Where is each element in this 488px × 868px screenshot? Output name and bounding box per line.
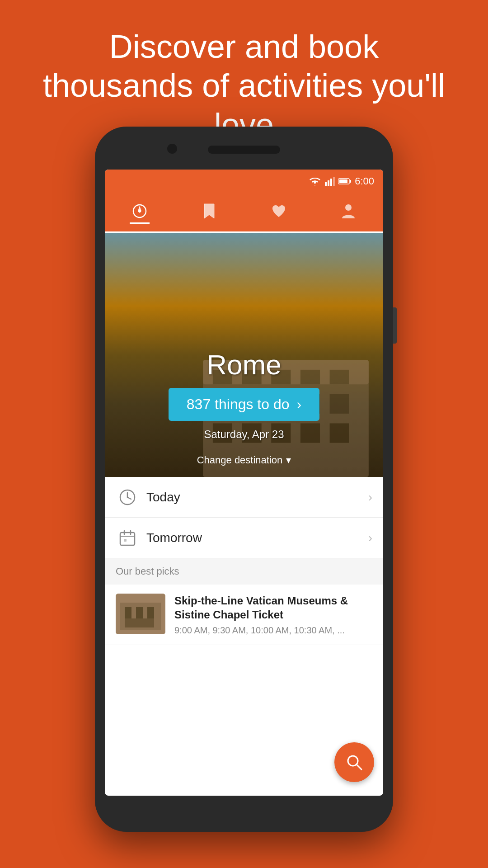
signal-icon [325,177,335,186]
activity-thumbnail [116,594,165,634]
quick-nav-list: Today › Tomorrow › [105,477,383,558]
things-to-do-button[interactable]: 837 things to do › [169,388,319,421]
person-icon [338,201,358,221]
today-arrow-icon: › [368,490,372,505]
compass-icon [130,201,150,221]
nav-item-explore[interactable] [130,201,150,224]
svg-marker-9 [138,206,141,213]
things-count-label: 837 things to do [187,396,290,413]
svg-rect-0 [325,182,327,186]
hero-content: Rome 837 things to do › Saturday, Apr 23 [105,349,383,441]
svg-rect-39 [136,607,143,618]
clock-icon [116,486,139,509]
search-fab-button[interactable] [334,742,374,782]
phone-camera [167,144,177,154]
nav-item-wishlist[interactable] [269,201,289,224]
city-name: Rome [206,349,281,381]
search-icon [344,752,364,772]
today-label: Today [146,490,368,505]
svg-rect-31 [120,533,135,545]
tomorrow-label: Tomorrow [146,531,368,545]
status-bar: 6:00 [105,170,383,193]
svg-point-10 [345,204,352,211]
activity-details: Skip-the-Line Vatican Museums & Sistine … [174,594,372,636]
hero-image: Rome 837 things to do › Saturday, Apr 23… [105,233,383,477]
svg-rect-6 [350,180,351,183]
calendar-icon [116,526,139,550]
tomorrow-list-item[interactable]: Tomorrow › [105,518,383,558]
activity-list-item[interactable]: Skip-the-Line Vatican Museums & Sistine … [105,585,383,645]
phone-screen: 6:00 [105,170,383,796]
things-arrow-icon: › [297,396,302,413]
nav-item-bookings[interactable] [199,201,219,224]
battery-icon [338,178,351,185]
phone-side-button [393,307,397,344]
svg-rect-3 [333,177,335,186]
nav-item-profile[interactable] [338,201,358,224]
svg-rect-40 [147,607,154,618]
svg-rect-38 [125,607,131,618]
activity-times: 9:00 AM, 9:30 AM, 10:00 AM, 10:30 AM, ..… [174,625,372,636]
svg-rect-2 [330,179,332,186]
nav-bar [105,193,383,233]
phone-mockup: 6:00 [95,127,393,832]
svg-rect-1 [328,180,329,186]
change-destination-arrow: ▾ [286,454,291,466]
change-destination-button[interactable]: Change destination ▾ [105,454,383,466]
svg-rect-41 [125,618,154,627]
tomorrow-arrow-icon: › [368,531,372,545]
today-list-item[interactable]: Today › [105,477,383,518]
status-icons: 6:00 [309,175,374,187]
current-date: Saturday, Apr 23 [204,428,284,441]
svg-line-43 [357,764,361,769]
heart-icon [269,201,289,221]
wifi-icon [309,177,321,186]
status-time: 6:00 [355,175,374,187]
phone-speaker [208,146,280,154]
svg-line-30 [127,497,131,499]
svg-rect-35 [124,539,127,542]
activity-title: Skip-the-Line Vatican Museums & Sistine … [174,594,372,622]
best-picks-header: Our best picks [105,558,383,585]
svg-rect-5 [339,179,347,183]
change-destination-label: Change destination [197,454,283,466]
bookmark-icon [199,201,219,221]
